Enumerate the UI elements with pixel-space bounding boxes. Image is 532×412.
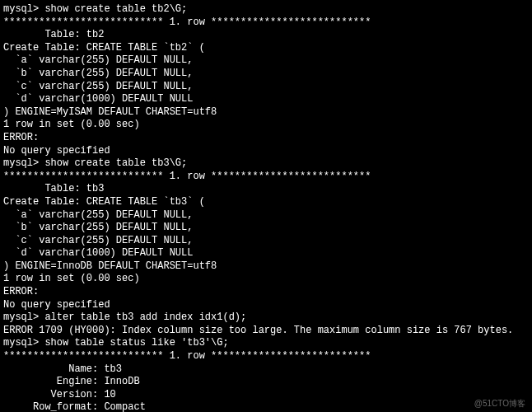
watermark: @51CTO博客 — [474, 398, 525, 409]
output-line: `d` varchar(1000) DEFAULT NULL — [3, 93, 529, 106]
output-line: Name: tb3 — [3, 363, 529, 377]
output-line: `b` varchar(255) DEFAULT NULL, — [3, 68, 529, 81]
output-line: ) ENGINE=MyISAM DEFAULT CHARSET=utf8 — [3, 106, 529, 119]
output-line: Row_format: Compact — [3, 401, 529, 412]
output-line: `b` varchar(255) DEFAULT NULL, — [3, 222, 529, 235]
output-line: `d` varchar(1000) DEFAULT NULL — [3, 247, 529, 260]
output-line: Table: tb3 — [3, 183, 529, 196]
output-line: mysql> alter table tb3 add index idx1(d)… — [3, 311, 529, 325]
output-line: No query specified — [3, 145, 529, 158]
output-line: `a` varchar(255) DEFAULT NULL, — [3, 209, 529, 222]
output-line: `c` varchar(255) DEFAULT NULL, — [3, 235, 529, 248]
output-line: mysql> show create table tb2\G; — [3, 3, 529, 16]
terminal-output: mysql> show create table tb2\G; ********… — [3, 3, 529, 412]
output-line: ERROR: — [3, 132, 529, 145]
output-line: 1 row in set (0.00 sec) — [3, 119, 529, 132]
output-line: No query specified — [3, 299, 529, 312]
output-line: ) ENGINE=InnoDB DEFAULT CHARSET=utf8 — [3, 260, 529, 274]
output-line: Create Table: CREATE TABLE `tb2` ( — [3, 42, 529, 55]
output-line: *************************** 1. row *****… — [3, 171, 529, 184]
output-line: Create Table: CREATE TABLE `tb3` ( — [3, 196, 529, 209]
output-line: *************************** 1. row *****… — [3, 16, 529, 30]
output-line: Version: 10 — [3, 389, 529, 402]
output-line: Engine: InnoDB — [3, 376, 529, 389]
output-line: mysql> show create table tb3\G; — [3, 157, 529, 171]
output-line: ERROR 1709 (HY000): Index column size to… — [3, 325, 529, 338]
output-line: mysql> show table status like 'tb3'\G; — [3, 337, 529, 350]
output-line: `a` varchar(255) DEFAULT NULL, — [3, 54, 529, 68]
output-line: `c` varchar(255) DEFAULT NULL, — [3, 81, 529, 94]
output-line: ERROR: — [3, 286, 529, 299]
output-line: Table: tb2 — [3, 29, 529, 42]
output-line: 1 row in set (0.00 sec) — [3, 273, 529, 286]
output-line: *************************** 1. row *****… — [3, 350, 529, 363]
